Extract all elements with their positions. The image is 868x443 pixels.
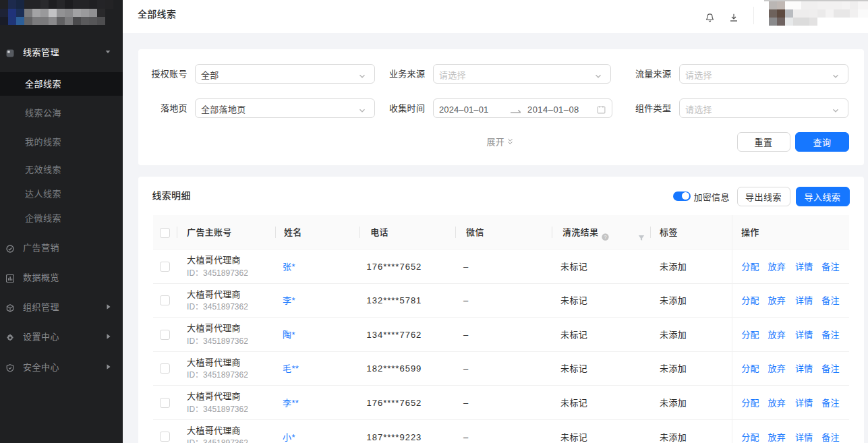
svg-text:?: ? xyxy=(604,234,606,240)
